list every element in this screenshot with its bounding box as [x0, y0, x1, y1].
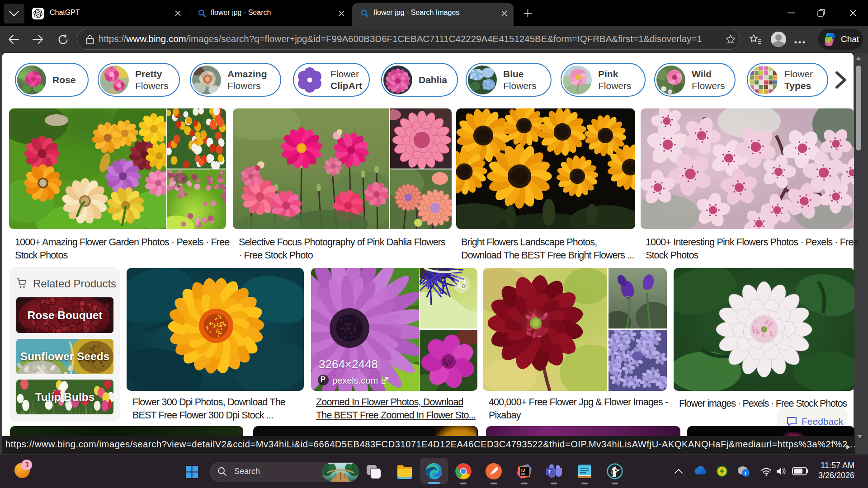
svg-text:T: T [548, 469, 552, 474]
svg-text:IJ: IJ [521, 468, 525, 473]
